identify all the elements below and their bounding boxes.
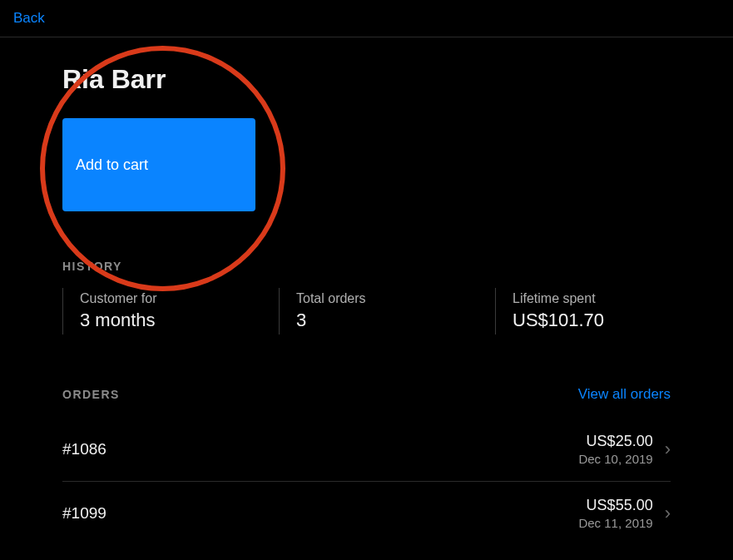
add-to-cart-button[interactable]: Add to cart <box>62 118 255 211</box>
stat-total-orders: Total orders 3 <box>279 288 495 335</box>
stat-value: 3 months <box>80 310 259 331</box>
header-bar: Back <box>0 0 733 37</box>
back-link[interactable]: Back <box>13 10 45 26</box>
order-date: Dec 11, 2019 <box>578 516 652 530</box>
orders-label: ORDERS <box>62 388 120 401</box>
order-id: #1099 <box>62 504 106 523</box>
history-label: HISTORY <box>62 260 671 273</box>
chevron-right-icon: › <box>665 439 671 460</box>
order-right: US$25.00 Dec 10, 2019 › <box>578 433 671 466</box>
order-amount-block: US$55.00 Dec 11, 2019 <box>578 497 652 530</box>
view-all-orders-link[interactable]: View all orders <box>578 386 671 403</box>
order-id: #1086 <box>62 440 106 458</box>
order-amount: US$55.00 <box>578 497 652 514</box>
stat-customer-for: Customer for 3 months <box>62 288 279 335</box>
order-amount: US$25.00 <box>578 433 652 450</box>
orders-header: ORDERS View all orders <box>62 386 671 403</box>
orders-list: #1086 US$25.00 Dec 10, 2019 › #1099 US$5… <box>62 418 671 545</box>
stat-value: 3 <box>296 310 475 331</box>
stat-lifetime-spent: Lifetime spent US$101.70 <box>495 288 711 335</box>
history-stats: Customer for 3 months Total orders 3 Lif… <box>62 288 671 335</box>
order-row[interactable]: #1086 US$25.00 Dec 10, 2019 › <box>62 418 671 482</box>
order-date: Dec 10, 2019 <box>578 452 652 466</box>
stat-label: Lifetime spent <box>513 291 691 306</box>
stat-label: Total orders <box>296 291 475 306</box>
chevron-right-icon: › <box>665 503 671 524</box>
order-row[interactable]: #1099 US$55.00 Dec 11, 2019 › <box>62 482 671 545</box>
order-amount-block: US$25.00 Dec 10, 2019 <box>578 433 652 466</box>
customer-name: Ria Barr <box>62 64 671 95</box>
stat-value: US$101.70 <box>513 310 691 331</box>
order-right: US$55.00 Dec 11, 2019 › <box>578 497 671 530</box>
content: Ria Barr Add to cart HISTORY Customer fo… <box>0 64 733 545</box>
stat-label: Customer for <box>80 291 259 306</box>
